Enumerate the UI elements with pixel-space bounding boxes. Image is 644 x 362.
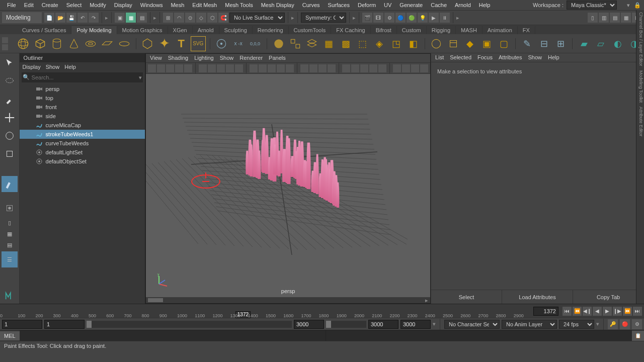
poly-cone-icon[interactable] [66, 36, 81, 51]
menu-edit-mesh[interactable]: Edit Mesh [188, 1, 221, 10]
side-tab-modeling-toolkit[interactable]: Modeling Toolkit [638, 70, 643, 103]
outliner-item[interactable]: curveTubeWeeds [20, 139, 145, 148]
menu-uv[interactable]: UV [380, 1, 395, 10]
extract-icon[interactable] [305, 36, 319, 51]
move-tool[interactable] [2, 110, 18, 126]
play-forward-button[interactable]: ▶ [603, 307, 612, 316]
current-time-field[interactable] [533, 307, 558, 316]
step-forward-button[interactable]: ❙▶ [613, 307, 622, 316]
quad-draw-icon[interactable]: ▰ [577, 36, 591, 51]
insert-edge-icon[interactable]: ⊟ [536, 36, 551, 51]
arrow-down-icon[interactable]: ▾ [627, 2, 630, 9]
viewport-menu-view[interactable]: View [150, 55, 162, 61]
menu-mesh-display[interactable]: Mesh Display [257, 1, 298, 10]
poly-torus-icon[interactable] [83, 36, 98, 51]
menu-surfaces[interactable]: Surfaces [324, 1, 354, 10]
viewport-toggle-18[interactable] [328, 64, 336, 72]
attr-menu-selected[interactable]: Selected [450, 54, 471, 61]
layout-custom-button[interactable]: ▤ [2, 240, 18, 249]
reflection-icon[interactable]: x -x [231, 36, 246, 51]
panel-layout-2-button[interactable]: ▥ [599, 13, 609, 23]
make-live-button[interactable]: 🧲 [218, 13, 228, 23]
step-forward-key-button[interactable]: ⏩ [623, 307, 632, 316]
play-backward-button[interactable]: ◀ [593, 307, 602, 316]
extrude-icon[interactable]: ◆ [463, 36, 477, 51]
origin-icon[interactable]: 0,0,0 [248, 36, 262, 51]
viewport-toggle-21[interactable] [360, 64, 368, 72]
viewport-toggle-0[interactable] [148, 64, 156, 72]
lock-icon[interactable]: 🔒 [634, 2, 641, 9]
soft-select-icon[interactable] [214, 36, 228, 51]
boolean-icon[interactable]: ▩ [339, 36, 353, 51]
viewport-toggle-11[interactable] [259, 64, 267, 72]
merge-icon[interactable]: ▣ [479, 36, 494, 51]
poly-cylinder-icon[interactable] [49, 36, 64, 51]
menu-windows[interactable]: Windows [136, 1, 167, 10]
arrow-right-icon[interactable]: ▸ [153, 15, 156, 21]
script-editor-button[interactable]: 📋 [632, 331, 644, 341]
viewport-toggle-12[interactable] [268, 64, 276, 72]
append-icon[interactable]: ◳ [389, 36, 404, 51]
layout-four-button[interactable]: ▦ [2, 229, 18, 238]
render-settings-button[interactable]: ⚙ [384, 13, 394, 23]
outliner-item[interactable]: persp [20, 84, 145, 94]
outliner-toggle-button[interactable]: ☰ [2, 251, 18, 267]
step-back-button[interactable]: ◀❙ [583, 307, 592, 316]
attr-menu-help[interactable]: Help [548, 54, 559, 61]
select-tool[interactable] [2, 55, 18, 71]
viewport-toggle-8[interactable] [226, 64, 234, 72]
viewport-toggle-19[interactable] [342, 64, 350, 72]
snap-grid-button[interactable]: ⊞ [163, 13, 173, 23]
playback-start-outer[interactable] [2, 320, 42, 329]
live-surface-combo[interactable]: No Live Surface [229, 13, 285, 23]
open-scene-button[interactable]: 📂 [55, 13, 65, 23]
anim-prefs-button[interactable]: ⚙ [632, 319, 642, 329]
viewport-toggle-25[interactable] [402, 64, 410, 72]
bevel-icon[interactable] [446, 36, 460, 51]
time-slider[interactable]: 1372 01002003004005006007008009001000110… [0, 304, 644, 318]
range-end-slider[interactable] [326, 321, 366, 328]
set-key-button[interactable]: 🔴 [620, 319, 630, 329]
symmetry-combo[interactable]: Symmetry: Off [301, 13, 346, 23]
shelf-tab-mash[interactable]: MASH [456, 26, 482, 34]
menu-mesh[interactable]: Mesh [167, 1, 188, 10]
target-weld-icon[interactable]: ▢ [496, 36, 511, 51]
select-button[interactable]: Select [431, 290, 502, 304]
outliner-menu-show[interactable]: Show [46, 64, 60, 70]
shelf-tab-fx-caching[interactable]: FX Caching [331, 26, 370, 34]
attr-menu-focus[interactable]: Focus [477, 54, 493, 61]
step-back-key-button[interactable]: ⏪ [573, 307, 582, 316]
outliner-menu-help[interactable]: Help [64, 64, 76, 70]
panel-layout-1-button[interactable]: ▯ [588, 13, 598, 23]
panel-layout-3-button[interactable]: ▤ [610, 13, 620, 23]
menu-cache[interactable]: Cache [427, 1, 451, 10]
select-hierarchy-button[interactable]: ▦ [126, 13, 136, 23]
viewport-menu-renderer[interactable]: Renderer [239, 55, 263, 61]
poly-cube-icon[interactable] [33, 36, 47, 51]
range-slider[interactable] [87, 321, 292, 328]
outliner-item[interactable]: defaultObjectSet [20, 157, 145, 166]
viewport-toggle-4[interactable] [184, 64, 192, 72]
arrow-right-icon[interactable]: ▸ [291, 15, 294, 21]
shelf-tab-xgen[interactable]: XGen [168, 26, 193, 34]
outliner-item[interactable]: side [20, 112, 145, 121]
layout-single-button[interactable]: ▯ [2, 218, 18, 227]
combine-icon[interactable] [271, 36, 286, 51]
viewport-menu-panels[interactable]: Panels [269, 55, 286, 61]
copy-tab-button[interactable]: Copy Tab [573, 290, 644, 304]
menu-arnold[interactable]: Arnold [451, 1, 475, 10]
attr-menu-attributes[interactable]: Attributes [499, 54, 522, 61]
playback-end-inner[interactable] [294, 320, 324, 329]
connect-icon[interactable]: ⊞ [553, 36, 568, 51]
panel-layout-4-button[interactable]: ▦ [621, 13, 631, 23]
arrow-right-icon[interactable]: ▸ [353, 15, 356, 21]
right-sidebar-tabs[interactable]: Channel Box / Layer EditorModeling Toolk… [636, 10, 644, 304]
viewport-toggle-22[interactable] [369, 64, 377, 72]
shelf-tab-rigging[interactable]: Rigging [427, 26, 456, 34]
pause-button[interactable]: ⏸ [440, 13, 450, 23]
render-view-button[interactable]: 🟢 [407, 13, 417, 23]
lasso-tool[interactable] [2, 73, 18, 89]
menu-set-combo[interactable]: Modeling [2, 12, 42, 23]
menu-generate[interactable]: Generate [395, 1, 427, 10]
svg-import-icon[interactable]: SVG [191, 36, 206, 51]
